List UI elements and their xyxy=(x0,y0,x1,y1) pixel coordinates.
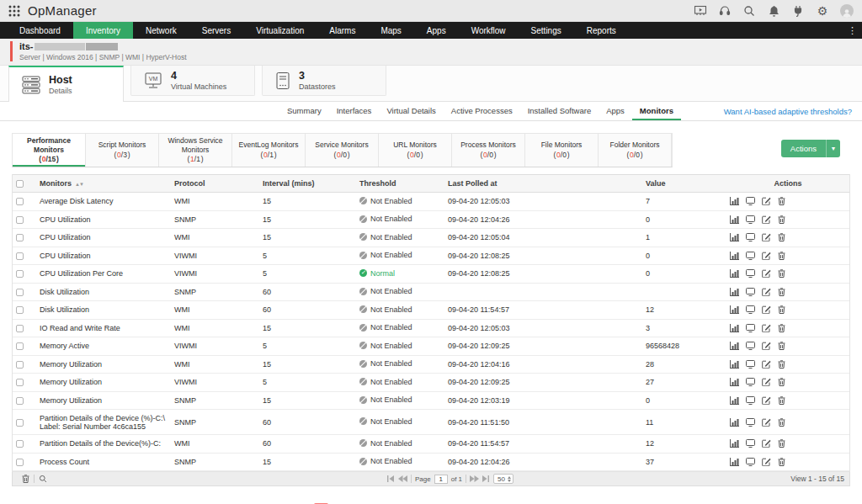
edit-icon[interactable] xyxy=(762,418,771,427)
nav-item[interactable]: Virtualization xyxy=(243,22,317,39)
monitor-screen-icon[interactable] xyxy=(746,269,755,278)
row-checkbox[interactable] xyxy=(16,361,24,369)
delete-icon[interactable] xyxy=(778,458,785,466)
row-checkbox[interactable] xyxy=(16,325,24,332)
chart-icon[interactable] xyxy=(730,342,739,350)
chart-icon[interactable] xyxy=(730,418,739,427)
row-checkbox[interactable] xyxy=(16,306,24,314)
ai-thresholds-link[interactable]: Want AI-based adaptive thresholds? xyxy=(724,102,852,120)
chart-icon[interactable] xyxy=(730,269,739,278)
row-checkbox[interactable] xyxy=(16,234,24,241)
row-checkbox[interactable] xyxy=(16,198,24,205)
edit-icon[interactable] xyxy=(762,342,771,350)
edit-icon[interactable] xyxy=(762,439,771,448)
monitor-type-tab[interactable]: File Monitors ( 0/0 ) xyxy=(525,134,599,167)
chart-icon[interactable] xyxy=(730,396,739,405)
monitor-screen-icon[interactable] xyxy=(746,418,755,427)
delete-icon[interactable] xyxy=(778,324,785,332)
monitor-screen-icon[interactable] xyxy=(746,439,755,448)
row-checkbox[interactable] xyxy=(16,397,24,405)
delete-icon[interactable] xyxy=(778,197,785,205)
next-page-icon[interactable] xyxy=(470,475,479,482)
monitor-screen-icon[interactable] xyxy=(746,324,755,332)
delete-icon[interactable] xyxy=(778,288,785,296)
row-checkbox[interactable] xyxy=(16,216,24,224)
edit-icon[interactable] xyxy=(762,233,771,241)
sort-icon[interactable]: ▲▼ xyxy=(75,182,83,187)
nav-item[interactable]: Reports xyxy=(574,22,629,39)
row-checkbox[interactable] xyxy=(16,419,24,427)
nav-overflow-icon[interactable]: ⋮ xyxy=(848,22,857,39)
delete-icon[interactable] xyxy=(778,252,785,260)
monitor-screen-icon[interactable] xyxy=(746,233,755,241)
delete-icon[interactable] xyxy=(778,215,785,224)
edit-icon[interactable] xyxy=(762,288,771,296)
chart-icon[interactable] xyxy=(730,378,739,386)
monitor-type-tab[interactable]: EventLog Monitors ( 0/1 ) xyxy=(232,134,306,167)
delete-icon[interactable] xyxy=(778,305,785,314)
edit-icon[interactable] xyxy=(762,252,771,260)
row-checkbox[interactable] xyxy=(16,379,24,386)
monitor-type-tab[interactable]: Folder Monitors ( 0/0 ) xyxy=(599,134,672,167)
row-checkbox[interactable] xyxy=(16,289,24,296)
row-checkbox[interactable] xyxy=(16,440,24,448)
delete-icon[interactable] xyxy=(778,418,785,427)
col-monitors[interactable]: Monitors xyxy=(40,179,72,188)
actions-button[interactable]: Actions ▼ xyxy=(781,140,840,157)
nav-item[interactable]: Alarms xyxy=(317,22,368,39)
edit-icon[interactable] xyxy=(762,360,771,369)
monitor-screen-icon[interactable] xyxy=(746,252,755,260)
page-tab[interactable]: Apps xyxy=(599,102,632,120)
page-size-select[interactable]: 50 xyxy=(493,474,513,484)
nav-item[interactable]: Apps xyxy=(414,22,459,39)
select-all-checkbox[interactable] xyxy=(16,180,24,188)
monitor-type-tab[interactable]: Windows Service Monitors ( 1/1 ) xyxy=(159,134,232,167)
delete-icon[interactable] xyxy=(778,342,785,350)
edit-icon[interactable] xyxy=(762,324,771,332)
page-tab[interactable]: Interfaces xyxy=(329,102,380,120)
monitor-screen-icon[interactable] xyxy=(746,342,755,350)
chart-icon[interactable] xyxy=(730,360,739,369)
nav-item[interactable]: Settings xyxy=(519,22,574,39)
apps-grid-icon[interactable] xyxy=(8,5,20,17)
page-tab[interactable]: Installed Software xyxy=(520,102,599,120)
monitor-screen-icon[interactable] xyxy=(746,305,755,314)
chart-icon[interactable] xyxy=(730,215,739,224)
monitor-screen-icon[interactable] xyxy=(746,396,755,405)
nav-item[interactable]: Inventory xyxy=(73,22,133,39)
plug-icon[interactable] xyxy=(791,4,805,18)
chart-icon[interactable] xyxy=(730,288,739,296)
page-tab[interactable]: Monitors xyxy=(632,102,681,120)
chart-icon[interactable] xyxy=(730,458,739,466)
row-checkbox[interactable] xyxy=(16,270,24,278)
monitor-screen-icon[interactable] xyxy=(746,215,755,224)
page-number-input[interactable] xyxy=(434,475,448,484)
host-details-card[interactable]: Host Details xyxy=(8,66,124,102)
page-tab[interactable]: Active Processes xyxy=(444,102,520,120)
edit-icon[interactable] xyxy=(762,396,771,405)
monitor-type-tab[interactable]: URL Monitors ( 0/0 ) xyxy=(379,134,452,167)
monitor-type-tab[interactable]: Process Monitors ( 0/0 ) xyxy=(452,134,525,167)
chart-icon[interactable] xyxy=(730,324,739,332)
last-page-icon[interactable] xyxy=(482,475,490,482)
virtual-machines-card[interactable]: VM 4 Virtual Machines xyxy=(130,66,255,96)
bell-icon[interactable] xyxy=(767,4,780,18)
row-checkbox[interactable] xyxy=(16,252,24,260)
datastores-card[interactable]: 3 Datastores xyxy=(262,66,386,96)
monitor-screen-icon[interactable] xyxy=(746,458,755,466)
page-tab[interactable]: Summary xyxy=(279,102,329,120)
prev-page-icon[interactable] xyxy=(398,475,407,482)
gear-icon[interactable]: ⚙ xyxy=(816,4,829,18)
search-icon[interactable] xyxy=(742,4,756,18)
monitor-type-tab[interactable]: Performance Monitors ( 0/15 ) xyxy=(13,134,86,167)
delete-icon[interactable] xyxy=(778,439,785,448)
nav-item[interactable]: Network xyxy=(133,22,189,39)
chart-icon[interactable] xyxy=(730,252,739,260)
nav-item[interactable]: Maps xyxy=(368,22,413,39)
nav-item[interactable]: Workflow xyxy=(459,22,519,39)
monitor-type-tab[interactable]: Script Monitors ( 0/3 ) xyxy=(86,134,159,167)
chart-icon[interactable] xyxy=(730,233,739,241)
actions-dropdown-caret[interactable]: ▼ xyxy=(826,140,840,157)
delete-icon[interactable] xyxy=(778,233,785,241)
monitor-screen-icon[interactable] xyxy=(746,288,755,296)
